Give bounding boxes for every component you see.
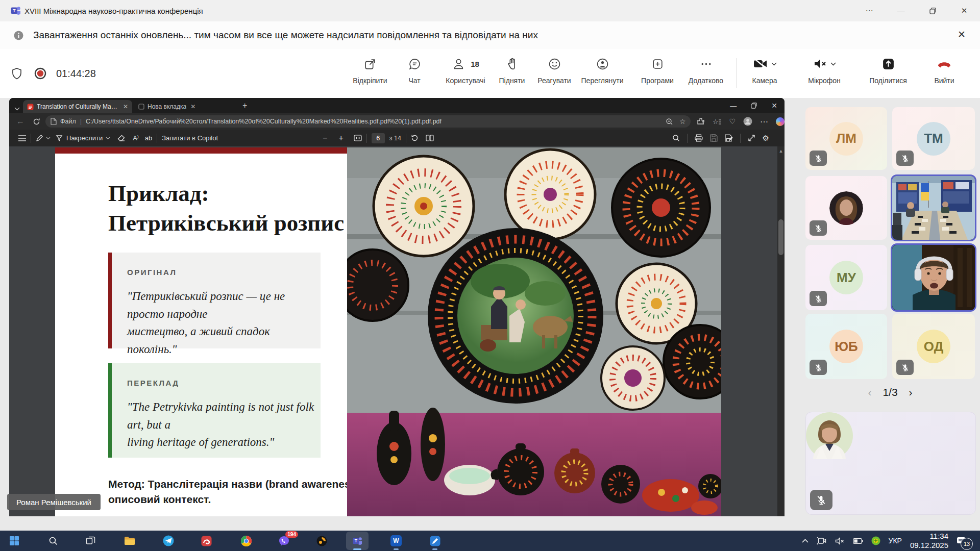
back-icon[interactable]: ← xyxy=(16,117,24,126)
browser-close-button[interactable]: ✕ xyxy=(764,102,785,110)
file-explorer-button[interactable] xyxy=(118,532,141,550)
task-view-button[interactable] xyxy=(80,532,102,550)
telegram-button[interactable] xyxy=(157,532,180,550)
window-more-button[interactable]: ⋯ xyxy=(853,0,885,21)
search-button[interactable] xyxy=(42,532,64,550)
leave-button[interactable]: Вийти xyxy=(920,55,969,85)
save-as-icon[interactable] xyxy=(725,134,733,142)
mic-chevron-icon[interactable] xyxy=(830,62,836,66)
participant-tile[interactable]: ЛМ xyxy=(805,107,887,170)
favorites-bar-icon[interactable]: ☆ xyxy=(713,118,721,126)
start-button[interactable] xyxy=(3,532,26,550)
fullscreen-icon[interactable] xyxy=(748,134,755,142)
scrollbar-thumb[interactable] xyxy=(778,219,783,255)
participant-tile[interactable]: ЮБ xyxy=(805,314,887,379)
clock[interactable]: 11:34 09.12.2025 xyxy=(910,532,948,550)
collections-heart-icon[interactable]: ♡ xyxy=(729,117,736,126)
rotate-icon[interactable] xyxy=(411,134,419,142)
people-count: 18 xyxy=(471,60,479,68)
zoom-in-button[interactable]: + xyxy=(338,134,343,143)
participant-tile[interactable] xyxy=(805,176,887,240)
browser-restore-button[interactable] xyxy=(744,103,764,109)
browser-more-icon[interactable]: ⋯ xyxy=(760,117,768,127)
tray-cast-icon[interactable] xyxy=(817,537,827,545)
eraser-icon[interactable] xyxy=(117,135,126,142)
print-icon[interactable] xyxy=(695,134,703,142)
extensions-icon[interactable] xyxy=(697,117,705,126)
pen-app-button[interactable] xyxy=(424,532,446,550)
camera-button[interactable]: Камера xyxy=(740,55,789,85)
word-button[interactable]: W xyxy=(385,532,407,550)
shield-icon[interactable] xyxy=(10,67,23,80)
pen-chevron-icon[interactable] xyxy=(46,137,51,140)
people-button[interactable]: 18 Користувачі xyxy=(437,55,494,85)
profile-avatar-icon[interactable] xyxy=(743,117,752,126)
participant-tile-large[interactable] xyxy=(805,412,976,515)
pdf-menu-icon[interactable] xyxy=(18,135,26,141)
teams-taskbar-button[interactable]: T xyxy=(346,532,369,550)
save-icon[interactable] xyxy=(710,134,718,142)
zoom-out-icon[interactable] xyxy=(666,118,673,126)
tray-battery-icon[interactable] xyxy=(853,538,863,544)
text-tool-icon[interactable]: ab xyxy=(145,134,152,142)
window-close-button[interactable]: ✕ xyxy=(948,0,980,21)
participant-tile[interactable]: ТМ xyxy=(892,107,975,170)
orange-app-button[interactable] xyxy=(310,532,333,550)
pager-prev-icon[interactable]: ‹ xyxy=(868,386,871,398)
url-field[interactable]: Файл | C:/Users/ttsta/OneDrive/Рабочий%2… xyxy=(45,115,691,128)
participant-tile[interactable]: МУ xyxy=(805,245,887,310)
camera-chevron-icon[interactable] xyxy=(771,62,777,66)
window-minimize-button[interactable]: — xyxy=(885,0,917,21)
tab-close-icon[interactable]: ✕ xyxy=(123,103,128,110)
mic-button[interactable]: Мікрофон xyxy=(800,55,849,85)
notification-center-button[interactable]: 13 xyxy=(957,537,966,545)
pager-next-icon[interactable]: › xyxy=(909,386,913,398)
red-app-button[interactable] xyxy=(195,532,217,550)
share-button[interactable]: Поділитися xyxy=(864,55,913,85)
draw-label[interactable]: Накреслити xyxy=(66,134,103,142)
tab-pdf[interactable]: Translation of Culturally Marked R ✕ xyxy=(23,100,132,113)
pdf-settings-gear-icon[interactable]: ⚙ xyxy=(763,134,769,143)
participant-tile[interactable]: ОД xyxy=(892,314,975,379)
favorite-star-icon[interactable]: ☆ xyxy=(679,117,686,126)
tab-close-icon[interactable]: ✕ xyxy=(190,103,195,110)
pdf-viewport[interactable]: Приклад: Петриківський розпис ОРИГІНАЛ "… xyxy=(9,146,785,516)
window-maximize-button[interactable] xyxy=(917,0,948,21)
refresh-icon[interactable] xyxy=(33,118,40,126)
new-tab-button[interactable]: + xyxy=(242,101,247,110)
tray-chevron-up-icon[interactable] xyxy=(802,539,808,543)
apps-button[interactable]: Програми xyxy=(633,55,682,85)
pen-tool-icon[interactable] xyxy=(36,134,43,142)
draw-chevron-icon[interactable] xyxy=(106,137,110,140)
scroll-up-icon[interactable]: ▲ xyxy=(777,146,785,154)
translation-label: ПЕРЕКЛАД xyxy=(127,379,321,387)
fit-page-icon[interactable] xyxy=(354,135,362,141)
copilot-icon[interactable] xyxy=(776,117,785,126)
language-indicator[interactable]: УКР xyxy=(889,537,902,545)
page-view-icon[interactable] xyxy=(426,135,434,141)
pdf-scrollbar[interactable]: ▲ xyxy=(777,146,785,516)
popout-button[interactable]: Відкріпити xyxy=(346,55,395,85)
read-aloud-icon[interactable]: A) xyxy=(133,134,138,142)
chat-button[interactable]: Чат xyxy=(390,55,439,85)
banner-close-icon[interactable]: ✕ xyxy=(958,29,966,40)
browser-minimize-button[interactable]: — xyxy=(723,102,744,110)
viber-button[interactable]: 194 xyxy=(273,532,295,550)
tab-search-chevron-icon[interactable] xyxy=(14,107,20,111)
zoom-out-button[interactable]: − xyxy=(323,134,327,143)
participant-video-tile[interactable] xyxy=(891,243,976,312)
react-button[interactable]: Реагувати xyxy=(530,55,579,85)
tray-volume-muted-icon[interactable] xyxy=(835,537,845,545)
pdf-search-icon[interactable] xyxy=(672,134,680,142)
chrome-button[interactable] xyxy=(235,532,257,550)
tab-new[interactable]: Нова вкладка ✕ xyxy=(134,100,236,113)
page-number-field[interactable]: 6 xyxy=(372,133,385,143)
more-button[interactable]: Додатково xyxy=(681,55,730,85)
participant-video-tile[interactable] xyxy=(891,174,976,241)
view-button[interactable]: Переглянути xyxy=(578,55,627,85)
copilot-ask-label[interactable]: Запитати в Copilot xyxy=(162,134,218,142)
tray-antivirus-icon[interactable] xyxy=(871,536,880,545)
avatar-photo xyxy=(829,191,863,225)
url-prefix: Файл xyxy=(60,118,76,125)
raise-hand-button[interactable]: Підняти xyxy=(487,55,536,85)
